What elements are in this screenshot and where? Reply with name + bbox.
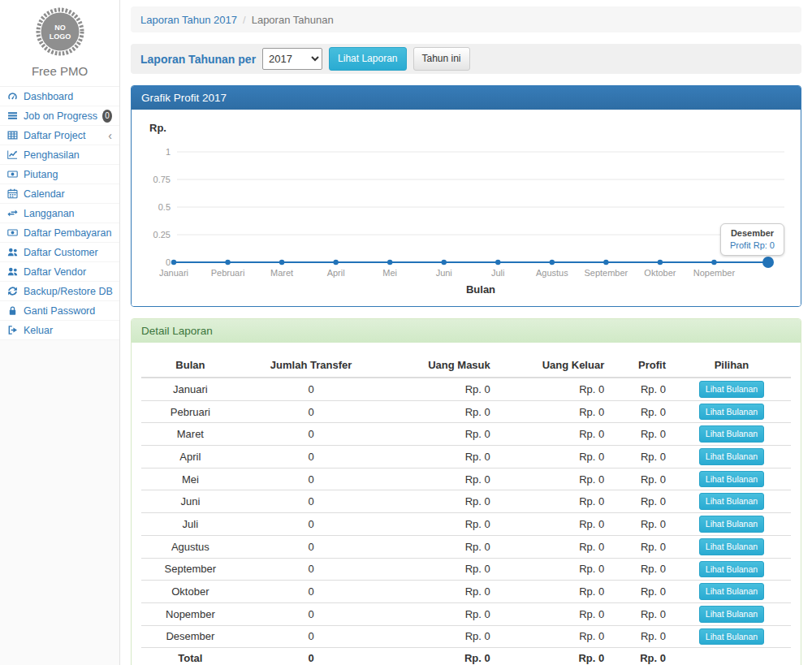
cell-uang-keluar: Rp. 0 (497, 490, 611, 513)
cell-pilihan: Lihat Bulanan (672, 446, 791, 469)
profit-chart-panel: Grafik Profit 2017 Rp.10.750.50.250Janua… (131, 85, 801, 307)
cell-jumlah-transfer: 0 (240, 378, 383, 400)
logo-area: NO LOGO Free PMO (0, 0, 119, 86)
sidebar-item-daftar-project[interactable]: Daftar Project‹ (0, 126, 119, 145)
sidebar-item-langganan[interactable]: Langganan (0, 204, 119, 223)
cell-jumlah-transfer: 0 (240, 423, 383, 446)
view-monthly-button[interactable]: Lihat Bulanan (699, 583, 764, 600)
cell-uang-masuk: Rp. 0 (382, 602, 496, 625)
profit-line-chart: Rp.10.750.50.250JanuariPebruariMaretApri… (141, 118, 791, 298)
cell-profit: Rp. 0 (611, 400, 672, 423)
sidebar-item-label: Keluar (24, 325, 53, 336)
view-monthly-button[interactable]: Lihat Bulanan (699, 404, 764, 421)
cell-bulan: Juni (141, 490, 240, 513)
table-row-total: Total0Rp. 0Rp. 0Rp. 0 (141, 648, 791, 665)
cell-bulan: Oktober (141, 581, 240, 603)
report-panel-body: BulanJumlah TransferUang MasukUang Kelua… (132, 343, 801, 665)
sidebar-item-calendar[interactable]: Calendar (0, 184, 119, 204)
view-monthly-button[interactable]: Lihat Bulanan (699, 471, 764, 488)
cell-jumlah-transfer: 0 (240, 602, 383, 625)
view-monthly-button[interactable]: Lihat Bulanan (699, 538, 764, 555)
cell-uang-masuk: Rp. 0 (382, 558, 496, 581)
chevron-left-icon: ‹ (108, 130, 112, 141)
logo-text-line2: LOGO (49, 32, 71, 41)
cell-uang-masuk: Rp. 0 (382, 423, 496, 446)
svg-text:Pebruari: Pebruari (211, 268, 245, 278)
sidebar-item-label: Ganti Password (24, 305, 95, 317)
table-row-september: September0Rp. 0Rp. 0Rp. 0Lihat Bulanan (141, 558, 791, 581)
sidebar: NO LOGO Free PMO DashboardJob on Progres… (0, 0, 120, 665)
view-monthly-button[interactable]: Lihat Bulanan (699, 425, 764, 443)
logo-text-line1: NO (54, 24, 66, 32)
view-monthly-button[interactable]: Lihat Bulanan (699, 628, 764, 646)
breadcrumb-link[interactable]: Laporan Tahun 2017 (140, 14, 237, 26)
sidebar-item-job-on-progress[interactable]: Job on Progress0 (0, 106, 119, 126)
cell-bulan: Maret (141, 423, 240, 446)
tooltip-value: Profit Rp: 0 (730, 240, 775, 250)
column-header-pilihan: Pilihan (672, 354, 791, 378)
svg-text:0: 0 (166, 257, 171, 267)
lock-icon (7, 305, 19, 316)
sidebar-item-piutang[interactable]: Piutang (0, 165, 119, 184)
cell-uang-keluar: Rp. 0 (497, 468, 611, 490)
profit-chart-canvas[interactable]: Rp.10.750.50.250JanuariPebruariMaretApri… (132, 110, 801, 306)
view-monthly-button[interactable]: Lihat Bulanan (699, 493, 764, 510)
sidebar-item-daftar-customer[interactable]: Daftar Customer (0, 243, 119, 262)
cell-uang-keluar: Rp. 0 (497, 581, 611, 603)
column-header-uang-masuk: Uang Masuk (382, 354, 496, 378)
sidebar-item-label: Daftar Project (24, 130, 85, 141)
cell-bulan: Januari (141, 378, 240, 400)
this-year-button[interactable]: Tahun ini (413, 47, 470, 71)
cell-uang-keluar: Rp. 0 (497, 400, 611, 423)
svg-text:Rp.: Rp. (149, 122, 166, 134)
cell-pilihan: Lihat Bulanan (672, 513, 791, 536)
toolbar-label: Laporan Tahunan per (140, 53, 256, 66)
sidebar-item-backup-restore-db[interactable]: Backup/Restore DB (0, 282, 119, 301)
sidebar-item-penghasilan[interactable]: Penghasilan (0, 145, 119, 165)
report-table-body: Januari0Rp. 0Rp. 0Rp. 0Lihat BulananPebr… (141, 378, 791, 665)
svg-text:Maret: Maret (270, 268, 293, 278)
view-monthly-button[interactable]: Lihat Bulanan (699, 516, 764, 533)
users-icon (7, 266, 19, 277)
cell-bulan: Pebruari (141, 400, 240, 423)
cell-pilihan: Lihat Bulanan (672, 468, 791, 490)
cell-bulan: Desember (141, 625, 240, 648)
cell-jumlah-transfer: 0 (240, 625, 383, 648)
cell-jumlah-transfer: 0 (240, 535, 383, 558)
cell-uang-masuk: Rp. 0 (382, 625, 496, 648)
cell-uang-keluar: Rp. 0 (497, 535, 611, 558)
view-monthly-button[interactable]: Lihat Bulanan (699, 561, 764, 578)
column-header-jumlah-transfer: Jumlah Transfer (240, 354, 383, 378)
cell-uang-masuk: Rp. 0 (382, 446, 496, 469)
sign-out-icon (7, 325, 19, 335)
view-monthly-button[interactable]: Lihat Bulanan (699, 448, 764, 465)
sidebar-item-keluar[interactable]: Keluar (0, 321, 119, 340)
cell-pilihan: Lihat Bulanan (672, 423, 791, 446)
cell-uang-keluar: Rp. 0 (497, 602, 611, 625)
cell-uang-masuk: Rp. 0 (382, 490, 496, 513)
cell-jumlah-transfer: 0 (240, 581, 383, 603)
svg-text:Mei: Mei (382, 268, 397, 278)
column-header-profit: Profit (611, 354, 672, 378)
sidebar-item-ganti-password[interactable]: Ganti Password (0, 301, 119, 321)
view-monthly-button[interactable]: Lihat Bulanan (699, 606, 764, 623)
svg-text:Agustus: Agustus (536, 268, 568, 278)
year-select[interactable]: 2017 (262, 48, 322, 70)
sidebar-item-daftar-pembayaran[interactable]: Daftar Pembayaran (0, 223, 119, 243)
tooltip-month: Desember (730, 228, 775, 238)
exchange-icon (7, 208, 19, 218)
sidebar-menu: DashboardJob on Progress0Daftar Project‹… (0, 86, 119, 340)
cell-pilihan: Lihat Bulanan (672, 602, 791, 625)
view-monthly-button[interactable]: Lihat Bulanan (699, 381, 764, 398)
breadcrumb: Laporan Tahun 2017 / Laporan Tahunan (131, 6, 801, 32)
sidebar-item-daftar-vendor[interactable]: Daftar Vendor (0, 262, 119, 282)
sidebar-item-dashboard[interactable]: Dashboard (0, 87, 119, 106)
list-icon (7, 110, 19, 121)
cell-profit: Rp. 0 (611, 423, 672, 446)
cell-uang-masuk: Rp. 0 (382, 535, 496, 558)
table-row-april: April0Rp. 0Rp. 0Rp. 0Lihat Bulanan (141, 446, 791, 469)
view-report-button[interactable]: Lihat Laporan (329, 47, 406, 71)
sidebar-item-label: Daftar Customer (24, 247, 98, 258)
cell-pilihan: Lihat Bulanan (672, 378, 791, 400)
cell-pilihan: Lihat Bulanan (672, 558, 791, 581)
